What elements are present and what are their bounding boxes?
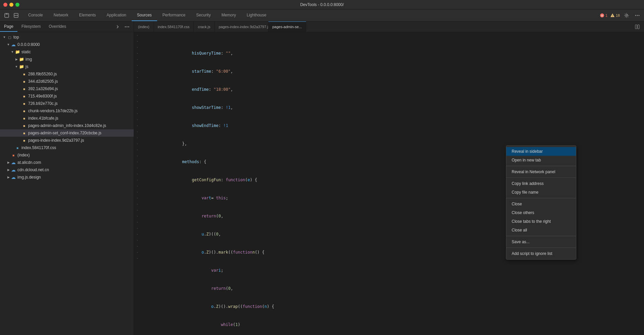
- js-file-icon: ■: [21, 101, 27, 106]
- ctx-close-others[interactable]: Close others: [506, 208, 576, 217]
- minimize-button[interactable]: [9, 3, 13, 7]
- tree-item-js[interactable]: ▼ 📁 js: [0, 63, 134, 70]
- expand-arrow: ▼: [7, 43, 10, 46]
- tab-network[interactable]: Network: [48, 9, 74, 21]
- sec-tab-filesystem[interactable]: Filesystem: [17, 21, 45, 32]
- ctx-copy-filename[interactable]: Copy file name: [506, 188, 576, 197]
- cloud-icon: ☁: [11, 160, 16, 165]
- tree-item-file5[interactable]: ■ 726.b92e770c.js: [0, 100, 134, 107]
- js-file-icon: ■: [21, 138, 27, 143]
- tab-lighthouse[interactable]: Lighthouse: [241, 9, 272, 21]
- file-tab-pages-admin[interactable]: pages-admin-se...: [268, 21, 306, 32]
- tree-item-img[interactable]: ▶ 📁 img: [0, 56, 134, 63]
- file-tab-crack[interactable]: crack.js: [194, 21, 214, 32]
- titlebar: DevTools - 0.0.0.0:8000/: [0, 0, 644, 9]
- tab-console[interactable]: Console: [23, 9, 48, 21]
- svg-rect-13: [635, 25, 637, 29]
- tree-item-localhost[interactable]: ▼ ☁ 0.0.0.0:8000: [0, 41, 134, 48]
- tab-application[interactable]: Application: [101, 9, 132, 21]
- js-file-icon: ■: [21, 79, 27, 84]
- tree-item-css[interactable]: ■ index.5841170f.css: [0, 144, 134, 151]
- ctx-copy-link[interactable]: Copy link address: [506, 179, 576, 188]
- svg-point-6: [626, 14, 628, 16]
- tree-item-imgdesign[interactable]: ▶ ☁ img.js.design: [0, 174, 134, 181]
- dock-icon[interactable]: [12, 11, 20, 19]
- devtools-icon[interactable]: [3, 11, 11, 19]
- ctx-open-new-tab[interactable]: Open in new tab: [506, 156, 576, 164]
- js-file-icon: ■: [21, 130, 27, 136]
- ctx-reveal-sidebar[interactable]: Reveal in sidebar: [506, 147, 576, 156]
- tree-item-file2[interactable]: ■ 344.d2d62505.js: [0, 78, 134, 85]
- main-tab-list: Console Network Elements Application Sou…: [23, 9, 597, 21]
- svg-point-10: [125, 26, 126, 27]
- tree-item-dcloud[interactable]: ▶ ☁ cdn.dcloud.net.cn: [0, 166, 134, 174]
- tree-item-file10[interactable]: ■ pages-index-index.9d2a3797.js: [0, 137, 134, 144]
- svg-text:!: !: [612, 14, 613, 17]
- settings-icon[interactable]: [623, 11, 631, 19]
- more-options-icon[interactable]: [633, 11, 641, 19]
- js-file-icon: ■: [21, 93, 27, 99]
- maximize-button[interactable]: [15, 3, 19, 7]
- ctx-divider: [506, 248, 576, 248]
- secondary-toolbar: Page Filesystem Overrides: [0, 21, 134, 32]
- folder-icon: 📁: [19, 64, 24, 69]
- file-tab-index[interactable]: (index): [134, 21, 154, 32]
- ctx-save-as[interactable]: Save as...: [506, 238, 576, 246]
- ctx-reveal-network[interactable]: Reveal in Network panel: [506, 168, 576, 176]
- ctx-add-ignore[interactable]: Add script to ignore list: [506, 249, 576, 258]
- expand-arrow: ▼: [15, 65, 18, 68]
- svg-point-12: [128, 26, 129, 27]
- file-tab-pages-index[interactable]: pages-index-index.9d2a3797.js: [215, 21, 268, 32]
- ctx-close-right[interactable]: Close tabs to the right: [506, 217, 576, 226]
- folder-icon: 📁: [15, 49, 20, 55]
- split-editor-icon[interactable]: [633, 23, 641, 31]
- tree-item-file6[interactable]: ■ chunk-vendors.1b7de22b.js: [0, 107, 134, 115]
- expand-arrow: ▶: [7, 161, 10, 164]
- cloud-icon: ☁: [11, 167, 16, 173]
- close-button[interactable]: [3, 3, 7, 7]
- tree-item-index[interactable]: ■ (index): [0, 151, 134, 159]
- ctx-close-all[interactable]: Close all: [506, 226, 576, 234]
- tree-item-file7[interactable]: ■ index.41bfcafe.js: [0, 115, 134, 122]
- code-line: endTime: "18:00",: [141, 86, 644, 92]
- tab-sources[interactable]: Sources: [132, 9, 157, 21]
- tree-item-file8[interactable]: ■ pages-admin-admin_info-index.10d4c82e.…: [0, 122, 134, 129]
- cloud-icon: ☁: [11, 42, 16, 47]
- expand-arrow: ▼: [3, 36, 6, 39]
- tree-item-file3[interactable]: ■ 392.1a326d94.js: [0, 85, 134, 92]
- tree-item-file1[interactable]: ■ 288.f9b55260.js: [0, 70, 134, 78]
- tab-security[interactable]: Security: [191, 9, 216, 21]
- file-tab-icons: [631, 21, 644, 32]
- tree-item-top[interactable]: ▼ ▢ top: [0, 34, 134, 41]
- toolbar-right: ✕ 1 ! 18: [597, 9, 644, 21]
- chevron-right-icon[interactable]: [114, 23, 122, 31]
- code-line: var i;: [141, 267, 644, 273]
- file-tab-css[interactable]: index.5841170f.css: [154, 21, 194, 32]
- svg-point-7: [635, 15, 636, 16]
- sidebar: Page Filesystem Overrides: [0, 21, 134, 335]
- ctx-close[interactable]: Close: [506, 200, 576, 208]
- main-toolbar: Console Network Elements Application Sou…: [0, 9, 644, 21]
- svg-point-11: [127, 26, 128, 27]
- expand-arrow: ▶: [7, 176, 10, 179]
- tree-item-static[interactable]: ▼ 📁 static: [0, 48, 134, 56]
- ctx-divider: [506, 198, 576, 198]
- svg-text:✕: ✕: [601, 14, 603, 17]
- expand-arrow: ▶: [7, 168, 10, 172]
- svg-point-8: [637, 15, 638, 16]
- tree-item-file4[interactable]: ■ 715.49e8300f.js: [0, 92, 134, 100]
- tab-elements[interactable]: Elements: [74, 9, 101, 21]
- tree-item-file9[interactable]: ■ pages-admin-set_conf-index.720cbcbe.js: [0, 129, 134, 137]
- more-files-icon[interactable]: [123, 23, 131, 31]
- html-file-icon: ■: [11, 152, 16, 158]
- warning-badge: ! 18: [610, 13, 620, 18]
- js-file-icon: ■: [21, 116, 27, 121]
- sec-tab-page[interactable]: Page: [0, 21, 17, 32]
- sec-toolbar-icons: [111, 21, 134, 32]
- tree-item-alicdn[interactable]: ▶ ☁ at.alicdn.com: [0, 159, 134, 166]
- tab-memory[interactable]: Memory: [216, 9, 241, 21]
- ctx-divider: [506, 178, 576, 178]
- sec-tab-overrides[interactable]: Overrides: [45, 21, 70, 32]
- tab-performance[interactable]: Performance: [157, 9, 191, 21]
- css-file-icon: ■: [15, 145, 20, 150]
